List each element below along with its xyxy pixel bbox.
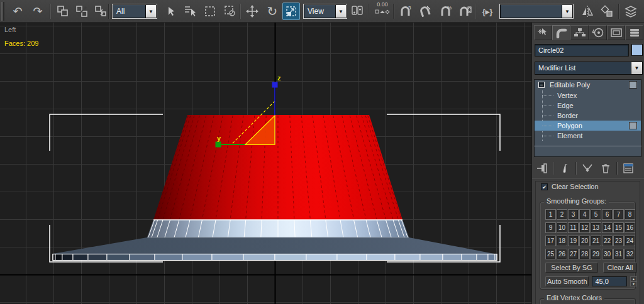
chevron-down-icon[interactable]: ▼ <box>145 5 156 18</box>
rim-segment[interactable] <box>488 254 495 261</box>
sg-button-24[interactable]: 24 <box>625 236 635 246</box>
rim-segment[interactable] <box>107 254 130 261</box>
sg-button-10[interactable]: 10 <box>557 222 567 233</box>
sg-button-29[interactable]: 29 <box>591 249 601 259</box>
stack-item-edge[interactable]: Edge <box>535 100 641 111</box>
select-object-button[interactable] <box>162 3 179 20</box>
sg-button-23[interactable]: 23 <box>613 236 624 246</box>
auto-smooth-value-field[interactable]: 45,0 <box>592 276 627 286</box>
pin-stack-icon[interactable] <box>535 161 550 176</box>
sg-button-31[interactable]: 31 <box>613 249 624 259</box>
rim-segment[interactable] <box>212 254 243 261</box>
snap-offset-tool[interactable]: 0.00 <box>372 1 393 21</box>
chevron-down-icon[interactable]: ▼ <box>335 5 346 18</box>
clear-selection-checkbox[interactable]: ✔ <box>541 183 548 190</box>
gizmo-z-handle[interactable] <box>272 82 278 88</box>
show-end-result-icon[interactable] <box>557 161 572 176</box>
chevron-down-icon[interactable]: ▼ <box>562 5 572 18</box>
rim-segment[interactable] <box>367 254 395 261</box>
stack-item-editable-poly[interactable]: − Editable Poly <box>535 80 641 90</box>
tab-display[interactable] <box>607 25 625 40</box>
select-and-scale-button[interactable] <box>282 3 300 20</box>
rim-segment[interactable] <box>477 254 488 261</box>
sg-button-5[interactable]: 5 <box>591 209 601 220</box>
active-toggle-icon[interactable] <box>629 81 637 89</box>
object-name-field[interactable]: Circle02 <box>535 44 629 57</box>
tab-utilities[interactable] <box>625 25 643 40</box>
spinner-snap-toggle-button[interactable] <box>457 3 474 20</box>
stack-item-vertex[interactable]: Vertex <box>535 90 641 100</box>
sg-button-26[interactable]: 26 <box>557 249 567 259</box>
align-button[interactable] <box>598 3 616 20</box>
select-by-name-button[interactable] <box>181 3 199 20</box>
spinner-up-icon[interactable]: ▲ <box>630 276 637 281</box>
sg-button-2[interactable]: 2 <box>557 209 567 220</box>
rim-segment[interactable] <box>73 254 88 261</box>
make-unique-icon[interactable] <box>580 161 595 176</box>
sg-button-12[interactable]: 12 <box>579 222 590 233</box>
stack-item-border[interactable]: Border <box>535 111 641 121</box>
select-and-rotate-button[interactable]: ↻ <box>264 3 281 20</box>
rim-segment[interactable] <box>306 254 337 261</box>
sg-button-11[interactable]: 11 <box>568 222 579 233</box>
rim-segment[interactable] <box>395 254 420 261</box>
model-rim-segments[interactable] <box>53 254 497 261</box>
spinner-down-icon[interactable]: ▼ <box>630 281 637 286</box>
toolbar-grip[interactable] <box>1 2 4 21</box>
rim-segment[interactable] <box>182 254 212 261</box>
rim-segment[interactable] <box>420 254 443 261</box>
sg-button-15[interactable]: 15 <box>613 222 624 233</box>
sg-button-13[interactable]: 13 <box>591 222 601 233</box>
clear-all-button[interactable]: Clear All <box>603 263 637 273</box>
use-pivot-point-center-button[interactable] <box>348 3 366 20</box>
named-selection-sets-button[interactable]: {▸} <box>479 3 496 20</box>
sg-button-25[interactable]: 25 <box>545 249 556 259</box>
sg-button-7[interactable]: 7 <box>613 209 624 220</box>
viewport-left[interactable]: y z Left Faces: 209 <box>0 23 531 304</box>
rim-segment[interactable] <box>443 254 462 261</box>
redo-button[interactable]: ↷ <box>29 3 47 20</box>
sg-button-22[interactable]: 22 <box>602 236 613 246</box>
tab-modify[interactable] <box>552 25 570 40</box>
chevron-down-icon[interactable]: ▼ <box>631 62 642 74</box>
undo-button[interactable]: ↶ <box>9 3 26 20</box>
sg-button-20[interactable]: 20 <box>579 236 590 246</box>
sg-button-21[interactable]: 21 <box>591 236 601 246</box>
object-color-swatch[interactable] <box>631 44 643 56</box>
modifier-list-dropdown[interactable]: Modifier List ▼ <box>535 62 643 75</box>
rim-segment[interactable] <box>55 254 62 261</box>
sg-button-16[interactable]: 16 <box>625 222 635 233</box>
rim-segment[interactable] <box>243 254 275 261</box>
named-selection-sets-dropdown[interactable]: ▼ <box>500 4 573 18</box>
selection-filter-dropdown[interactable]: All ▼ <box>113 4 157 18</box>
mirror-button[interactable] <box>579 3 596 20</box>
sg-button-3[interactable]: 3 <box>568 209 579 220</box>
bind-to-spacewarp-icon[interactable] <box>92 3 109 20</box>
window-crossing-toggle[interactable] <box>221 3 239 20</box>
auto-smooth-button[interactable]: Auto Smooth <box>545 276 589 286</box>
configure-modifier-sets-icon[interactable] <box>621 161 636 176</box>
angle-snap-toggle-button[interactable] <box>416 3 434 20</box>
reference-coordinate-dropdown[interactable]: View ▼ <box>304 4 347 18</box>
rim-segment[interactable] <box>462 254 477 261</box>
expand-collapse-icon[interactable]: − <box>538 82 545 88</box>
active-toggle-icon[interactable] <box>629 122 637 129</box>
sg-button-32[interactable]: 32 <box>625 249 635 259</box>
sg-button-17[interactable]: 17 <box>545 236 556 246</box>
select-and-link-icon[interactable] <box>54 3 72 20</box>
layers-button[interactable] <box>623 3 640 20</box>
stack-item-polygon[interactable]: Polygon <box>535 121 641 131</box>
sg-button-4[interactable]: 4 <box>579 209 590 220</box>
rim-segment[interactable] <box>88 254 107 261</box>
sg-button-27[interactable]: 27 <box>568 249 579 259</box>
sg-button-18[interactable]: 18 <box>557 236 567 246</box>
remove-modifier-icon[interactable] <box>598 161 613 176</box>
sg-button-8[interactable]: 8 <box>625 209 635 220</box>
sg-button-14[interactable]: 14 <box>602 222 613 233</box>
percent-snap-toggle-button[interactable]: % <box>437 3 455 20</box>
sg-button-19[interactable]: 19 <box>568 236 579 246</box>
rim-segment[interactable] <box>62 254 73 261</box>
rim-segment[interactable] <box>130 254 155 261</box>
unlink-selection-icon[interactable] <box>73 3 91 20</box>
sg-button-9[interactable]: 9 <box>545 222 556 233</box>
